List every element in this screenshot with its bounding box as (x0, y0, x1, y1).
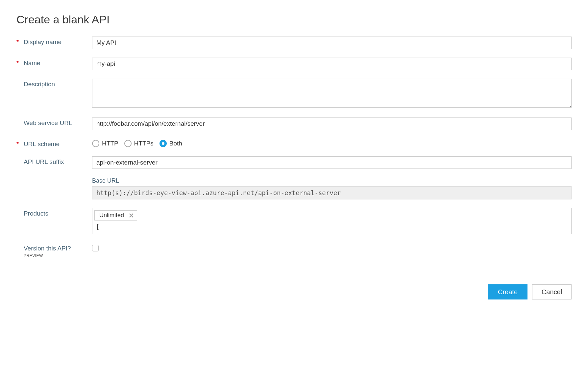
radio-label-https: HTTPs (134, 140, 154, 147)
row-web-service-url: Web service URL (16, 117, 572, 130)
row-api-url-suffix: API URL suffix (16, 156, 572, 169)
description-input[interactable] (92, 79, 572, 108)
radio-https[interactable]: HTTPs (124, 140, 154, 147)
button-bar: Create Cancel (16, 284, 572, 299)
required-icon: * (16, 39, 24, 45)
version-api-checkbox[interactable] (92, 245, 99, 251)
row-description: Description (16, 79, 572, 109)
products-cursor-text: [ (94, 220, 569, 231)
radio-both[interactable]: Both (159, 140, 182, 147)
close-icon[interactable]: ✕ (129, 212, 134, 219)
row-products: Products Unlimited ✕ [ (16, 208, 572, 234)
radio-icon (124, 140, 132, 147)
label-products: Products (24, 210, 48, 217)
radio-icon (92, 140, 99, 147)
web-service-url-input[interactable] (92, 117, 572, 130)
row-url-scheme: * URL scheme HTTP HTTPs Both (16, 139, 572, 148)
row-display-name: * Display name (16, 37, 572, 49)
products-input[interactable]: Unlimited ✕ [ (92, 208, 572, 234)
row-version-api: Version this API? PREVIEW (16, 243, 572, 258)
page-title: Create a blank API (16, 13, 572, 26)
radio-icon-selected (159, 140, 167, 147)
required-icon: * (16, 141, 24, 147)
label-base-url: Base URL (92, 177, 572, 184)
radio-label-both: Both (169, 140, 182, 147)
product-tag: Unlimited ✕ (94, 210, 137, 220)
cancel-button[interactable]: Cancel (532, 284, 572, 299)
required-icon: * (16, 60, 24, 66)
base-url-readonly: http(s)://birds-eye-view-api.azure-api.n… (92, 186, 572, 199)
label-display-name: Display name (24, 39, 61, 46)
radio-label-http: HTTP (102, 140, 118, 147)
display-name-input[interactable] (92, 37, 572, 49)
label-api-url-suffix: API URL suffix (24, 158, 64, 166)
row-base-url: Base URL http(s)://birds-eye-view-api.az… (16, 177, 572, 199)
preview-badge: PREVIEW (24, 253, 71, 258)
label-description: Description (24, 81, 55, 88)
label-url-scheme: URL scheme (24, 141, 60, 148)
create-button[interactable]: Create (488, 284, 527, 299)
label-name: Name (24, 60, 40, 67)
label-version-api: Version this API? (24, 245, 71, 252)
label-web-service-url: Web service URL (24, 119, 72, 127)
radio-http[interactable]: HTTP (92, 140, 118, 147)
product-tag-label: Unlimited (99, 212, 124, 219)
name-input[interactable] (92, 58, 572, 70)
url-scheme-radio-group: HTTP HTTPs Both (92, 139, 572, 147)
api-url-suffix-input[interactable] (92, 156, 572, 169)
row-name: * Name (16, 58, 572, 70)
